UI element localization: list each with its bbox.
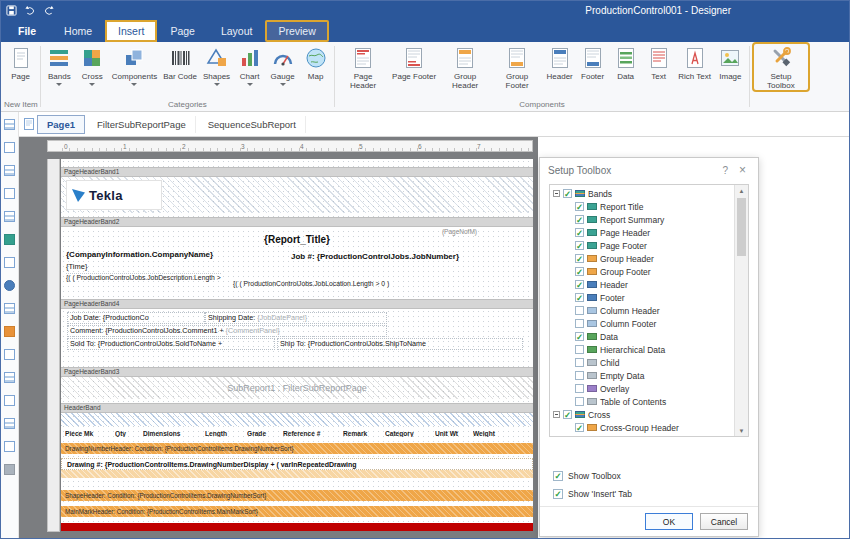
checkbox[interactable] <box>575 397 584 406</box>
tree-item-bands[interactable]: ✓ Bands <box>553 187 732 200</box>
design-canvas[interactable]: 01234567 PageHeaderBand1 Tekla PageHeade… <box>19 137 538 539</box>
band-strip-headerband[interactable]: HeaderBand <box>61 403 533 413</box>
column-reference[interactable]: Reference # <box>283 430 341 437</box>
help-icon[interactable]: ? <box>715 165 735 176</box>
red-band[interactable] <box>61 523 533 531</box>
save-icon[interactable] <box>6 5 17 16</box>
tab-insert[interactable]: Insert <box>105 20 157 42</box>
scroll-down-icon[interactable]: ▼ <box>735 425 748 436</box>
rail-tool-icon-16[interactable] <box>4 464 15 475</box>
rail-tool-icon-8[interactable] <box>4 280 15 291</box>
tree-item-cross[interactable]: ✓ Cross <box>553 408 732 421</box>
page-footer-button[interactable]: Page Footer <box>389 42 439 81</box>
footer-button[interactable]: Footer <box>576 42 609 81</box>
doc-tab-filtersubreportpage[interactable]: FilterSubReportPage <box>88 116 196 133</box>
tree-item-footer[interactable]: ✓Footer <box>553 291 732 304</box>
bands-button[interactable]: Bands <box>43 42 76 86</box>
tree-item-child[interactable]: Child <box>553 356 732 369</box>
ship-to-field[interactable]: Ship To: {ProductionControlJobs.ShipToNa… <box>277 338 523 350</box>
band-strip-pageheaderband4[interactable]: PageHeaderBand4 <box>61 299 533 309</box>
checkbox[interactable]: ✓ <box>575 228 584 237</box>
report-title-field[interactable]: {Report_Title} <box>61 234 533 245</box>
scrollbar-thumb[interactable] <box>737 198 746 256</box>
column-grade[interactable]: Grade <box>247 430 281 437</box>
tree-scrollbar[interactable]: ▲ ▼ <box>734 185 748 436</box>
rail-tool-icon-1[interactable] <box>4 119 15 130</box>
shapes-button[interactable]: Shapes <box>200 42 233 86</box>
checkbox[interactable]: ✓ <box>575 241 584 250</box>
checkbox[interactable] <box>575 345 584 354</box>
tree-item-overlay[interactable]: Overlay <box>553 382 732 395</box>
cancel-button[interactable]: Cancel <box>700 513 748 530</box>
page-button[interactable]: Page <box>4 42 37 81</box>
band-headerband[interactable]: Piece Mk Qty Dimensions Length Grade Ref… <box>61 413 533 439</box>
tree-item-group-footer[interactable]: ✓Group Footer <box>553 265 732 278</box>
column-remark[interactable]: Remark <box>343 430 383 437</box>
band-pageheaderband2[interactable]: (PageNofM) {Report_Title} {CompanyInform… <box>61 227 533 287</box>
tree-item-group-header[interactable]: ✓Group Header <box>553 252 732 265</box>
job-date-field[interactable]: Job Date: {ProductionCo <box>67 312 205 324</box>
tree-item-cross-group-header[interactable]: ✓Cross-Group Header <box>553 421 732 434</box>
checkbox[interactable]: ✓ <box>563 189 572 198</box>
rich-text-button[interactable]: Rich Text <box>675 42 714 81</box>
company-name-field[interactable]: {CompanyInformation.CompanyName} <box>66 250 213 259</box>
checkbox[interactable] <box>575 371 584 380</box>
doc-tab-sequencesubreport[interactable]: SequenceSubReport <box>199 116 306 133</box>
tree-item-page-footer[interactable]: ✓Page Footer <box>553 239 732 252</box>
text-button[interactable]: Text <box>642 42 675 81</box>
column-qty[interactable]: Qty <box>115 430 141 437</box>
band-pageheaderband1[interactable]: Tekla <box>61 177 533 213</box>
tree-item-report-title[interactable]: ✓Report Title <box>553 200 732 213</box>
band-strip-pageheaderband2[interactable]: PageHeaderBand2 <box>61 217 533 227</box>
tekla-logo[interactable]: Tekla <box>66 180 162 210</box>
group-footer-button[interactable]: Group Footer <box>491 42 543 90</box>
tree-item-page-header[interactable]: ✓Page Header <box>553 226 732 239</box>
tree-item-cross-group-footer[interactable]: ✓Cross-Group Footer <box>553 434 732 437</box>
show-toolbox-option[interactable]: ✓ Show Toolbox <box>553 471 758 481</box>
rail-tool-icon-3[interactable] <box>4 165 15 176</box>
chart-button[interactable]: Chart <box>233 42 266 86</box>
header-button[interactable]: Header <box>543 42 576 81</box>
tab-layout[interactable]: Layout <box>208 20 266 42</box>
bar-code-button[interactable]: Bar Code <box>160 42 200 81</box>
rail-tool-icon-4[interactable] <box>4 188 15 199</box>
band-strip-pageheaderband3[interactable]: PageHeaderBand3 <box>61 367 533 377</box>
checkbox[interactable] <box>575 384 584 393</box>
checkbox[interactable]: ✓ <box>563 410 572 419</box>
components-button[interactable]: Components <box>109 42 160 86</box>
rail-tool-icon-9[interactable] <box>4 303 15 314</box>
tree-item-column-footer[interactable]: Column Footer <box>553 317 732 330</box>
band-shapeheader[interactable]: ShapeHeader: Condition: {ProductionContr… <box>61 490 533 501</box>
job-description-expression[interactable]: {( ( ProductionControlJobs.JobDescriptio… <box>66 273 221 281</box>
checkbox[interactable]: ✓ <box>575 280 584 289</box>
gauge-button[interactable]: Gauge <box>266 42 299 86</box>
rail-tool-icon-15[interactable] <box>4 441 15 452</box>
checkbox[interactable]: ✓ <box>575 423 584 432</box>
checkbox[interactable]: ✓ <box>575 202 584 211</box>
column-weight[interactable]: Weight <box>473 430 507 437</box>
band-drawingnumberheader[interactable]: DrawingNumberHeader: Condition: {Product… <box>61 443 533 454</box>
data-button[interactable]: Data <box>609 42 642 81</box>
tab-preview[interactable]: Preview <box>265 20 328 42</box>
band-pageheaderband3[interactable]: SubReport1 : FilterSubReportPage <box>61 377 533 399</box>
drawing-number-field[interactable]: Drawing #: {ProductionControlItems.Drawi… <box>61 458 533 470</box>
show-insert-tab-checkbox[interactable]: ✓ <box>553 489 563 499</box>
sold-to-field[interactable]: Sold To: {ProductionControlJobs.SoldToNa… <box>67 338 275 350</box>
checkbox[interactable]: ✓ <box>575 254 584 263</box>
rail-tool-icon-5[interactable] <box>4 211 15 222</box>
setup-toolbox-button[interactable]: Setup Toolbox <box>752 42 810 92</box>
checkbox[interactable]: ✓ <box>575 215 584 224</box>
page-header-button[interactable]: Page Header <box>337 42 389 90</box>
tree-item-data[interactable]: ✓Data <box>553 330 732 343</box>
band-strip-pageheaderband1[interactable]: PageHeaderBand1 <box>61 167 533 177</box>
column-category[interactable]: Category <box>385 430 433 437</box>
shipping-date-field[interactable]: Shipping Date: {JobDatePanel} <box>205 312 387 324</box>
checkbox[interactable]: ✓ <box>575 293 584 302</box>
job-location-expression[interactable]: {( ( ProductionControlJobs.JobLocation.L… <box>233 280 389 287</box>
tab-page[interactable]: Page <box>157 20 208 42</box>
tree-item-report-summary[interactable]: ✓Report Summary <box>553 213 732 226</box>
rail-tool-icon-11[interactable] <box>4 349 15 360</box>
checkbox[interactable]: ✓ <box>575 332 584 341</box>
close-icon[interactable]: × <box>735 163 750 177</box>
doc-tab-page1[interactable]: Page1 <box>37 115 85 134</box>
